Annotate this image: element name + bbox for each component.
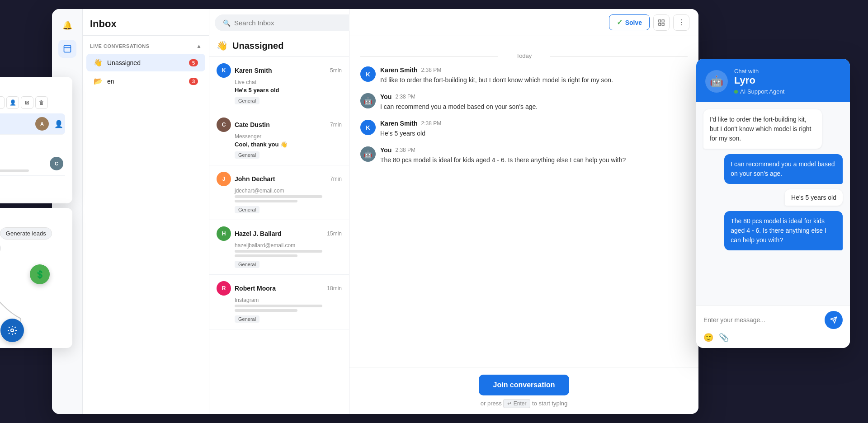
lyro-name: Lyro: [734, 75, 784, 86]
ticketing-title: Ticketing: [0, 84, 65, 92]
solve-button[interactable]: ✓ Solve: [609, 14, 650, 30]
conv-name-hazel: Hazel J. Ballard: [235, 230, 282, 237]
grid-icon-button[interactable]: [653, 14, 670, 31]
avatar-robert: R: [217, 281, 231, 296]
msg-time-m1: 2:38 PM: [421, 67, 441, 73]
automations-panel: Automations Increase sales Generate lead…: [0, 208, 72, 348]
msg-name-m4: You: [380, 146, 392, 154]
message-row-m3: K Karen Smith 2:38 PM He's 5 years old: [360, 120, 688, 138]
conv-info-hazel: H Hazel J. Ballard: [217, 226, 282, 241]
inbox-title: Inbox: [90, 18, 117, 29]
conv-preview-karen: He's 5 years old: [235, 87, 342, 94]
emoji-icon[interactable]: 🙂: [703, 333, 713, 343]
ticket-preview-amy: nage all emails stomers here?: [0, 135, 65, 152]
conv-name-karen: Karen Smith: [235, 67, 272, 74]
join-conversation-button[interactable]: Join conversation: [479, 375, 570, 395]
conv-info-john: J John Dechart: [217, 172, 275, 186]
msg-header-m3: Karen Smith 2:38 PM: [380, 120, 441, 127]
avatar-m2: 🤖: [360, 93, 376, 108]
nav-item-label-open: en: [107, 78, 184, 85]
conv-row-robert-top: R Robert Moora 18min: [217, 281, 342, 296]
conv-time-cate: 7min: [330, 122, 342, 128]
ticket-tool-btn-6[interactable]: ⊠: [21, 96, 33, 109]
msg-content-m4: You 2:38 PM The 80 pcs model is ideal fo…: [380, 146, 626, 165]
conv-time-john: 7min: [330, 176, 342, 182]
conv-preview-lines-hazel: [235, 250, 322, 253]
ticket-assign-btn-amy[interactable]: 👤: [54, 120, 63, 128]
ticket-toolbar: □ ⊞ 🖼 ✓ 👤 ⊠ 🗑: [0, 96, 65, 109]
ticket-item-chieko[interactable]: Chieko Chute Instagram C: [0, 152, 65, 176]
msg-name-m1: Karen Smith: [380, 66, 417, 74]
press-hint-after: to start typing: [532, 400, 567, 407]
conversation-item-karen[interactable]: K Karen Smith 5min Live chat He's 5 year…: [209, 57, 349, 111]
solve-label: Solve: [625, 19, 642, 26]
msg-header-m4: You 2:38 PM: [380, 146, 626, 154]
flow-node-settings: [0, 319, 24, 342]
ticketing-panel: Ticketing □ ⊞ 🖼 ✓ 👤 ⊠ 🗑 ✓ Amy Clarks Ema…: [0, 77, 72, 203]
automation-tags: Increase sales Generate leads Solve prob…: [0, 227, 65, 254]
flow-node-dollar: 💲: [30, 264, 50, 284]
avatar-john: J: [217, 172, 231, 186]
svg-rect-0: [64, 46, 71, 52]
lyro-send-button[interactable]: [825, 311, 843, 329]
conv-preview-lines-hazel2: [235, 254, 297, 257]
ticket-item-amy[interactable]: ✓ Amy Clarks Email A 👤: [0, 113, 65, 135]
sidebar-icon-notifications[interactable]: 🔔: [58, 16, 76, 34]
nav-badge-unassigned: 5: [189, 59, 198, 66]
ticket-user-info-chieko: Chieko Chute Instagram: [0, 155, 46, 172]
automation-tag-solve-problems[interactable]: Solve problems: [0, 242, 1, 254]
inbox-panel: Inbox LIVE CONVERSATIONS ▲ 👋 Unassigned …: [83, 9, 209, 414]
conv-tag-john: General: [235, 206, 259, 213]
lyro-message-input[interactable]: [703, 316, 821, 324]
ticket-user-name-amy: Amy Clarks: [0, 118, 32, 125]
conv-info-cate: C Cate Dustin: [217, 118, 270, 132]
conv-name-cate: Cate Dustin: [235, 121, 270, 128]
conv-row-karen-top: K Karen Smith 5min: [217, 63, 342, 78]
sidebar-item-open[interactable]: 📂 en 3: [86, 72, 205, 90]
msg-time-m3: 2:38 PM: [421, 120, 441, 127]
conversation-item-cate[interactable]: C Cate Dustin 7min Messenger Cool, thank…: [209, 111, 349, 165]
lyro-footer: 🙂 📎: [696, 305, 850, 348]
ticket-user-channel-chieko: Instagram: [0, 162, 46, 168]
chevron-down-icon: ▲: [196, 43, 202, 49]
ticket-tool-btn-5[interactable]: 👤: [6, 96, 19, 109]
automation-flow: 💲: [0, 260, 65, 341]
ticket-avatar-amy: A: [35, 117, 49, 131]
sidebar-icon-inbox[interactable]: [58, 40, 76, 58]
conversation-item-hazel[interactable]: H Hazel J. Ballard 15min hazeljballard@e…: [209, 220, 349, 275]
message-row-m1: K Karen Smith 2:38 PM I'd like to order …: [360, 66, 688, 85]
more-options-button[interactable]: ⋮: [673, 14, 689, 31]
sidebar-item-unassigned[interactable]: 👋 Unassigned 5: [86, 54, 205, 71]
conv-time-robert: 18min: [327, 285, 342, 291]
ticket-tool-btn-4[interactable]: ✓: [0, 96, 5, 109]
msg-text-m1: I'd like to order the fort-building kit,…: [380, 75, 613, 85]
conversations-title: Unassigned: [232, 41, 283, 51]
conversation-item-robert[interactable]: R Robert Moora 18min Instagram General: [209, 275, 349, 329]
lyro-title-section: Chat with Lyro AI Support Agent: [734, 68, 784, 95]
ticket-tool-btn-7[interactable]: 🗑: [35, 96, 48, 109]
conv-info-robert: R Robert Moora: [217, 281, 276, 296]
attachment-icon[interactable]: 📎: [719, 333, 729, 343]
lyro-widget: 🤖 Chat with Lyro AI Support Agent I'd li…: [696, 59, 850, 348]
lyro-message-user-1: I'd like to order the fort-building kit,…: [703, 109, 822, 149]
avatar-m4: 🤖: [360, 146, 376, 162]
message-row-m2: 🤖 You 2:38 PM I can recommend you a mode…: [360, 93, 688, 112]
ticket-user-info-amy: Amy Clarks Email: [0, 118, 32, 130]
avatar-karen: K: [217, 63, 231, 78]
conversation-item-john[interactable]: J John Dechart 7min jdechart@email.com G…: [209, 165, 349, 220]
ticket-user-channel-amy: Email: [0, 125, 32, 130]
section-label-live: LIVE CONVERSATIONS: [90, 43, 150, 49]
msg-text-m3: He's 5 years old: [380, 129, 441, 138]
conv-tag-karen: General: [235, 97, 259, 104]
conv-row-hazel-top: H Hazel J. Ballard 15min: [217, 226, 342, 241]
conv-tag-robert: General: [235, 315, 259, 323]
lyro-messages: I'd like to order the fort-building kit,…: [696, 102, 850, 305]
lyro-input-row: [703, 311, 843, 329]
svg-rect-2: [659, 20, 661, 22]
msg-time-m4: 2:38 PM: [395, 147, 415, 153]
conv-name-robert: Robert Moora: [235, 285, 276, 292]
section-header-live[interactable]: LIVE CONVERSATIONS ▲: [83, 39, 209, 53]
automation-tag-generate-leads[interactable]: Generate leads: [0, 227, 52, 240]
inbox-header: Inbox: [83, 9, 209, 36]
live-conversations-section: LIVE CONVERSATIONS ▲ 👋 Unassigned 5 📂 en…: [83, 36, 209, 94]
